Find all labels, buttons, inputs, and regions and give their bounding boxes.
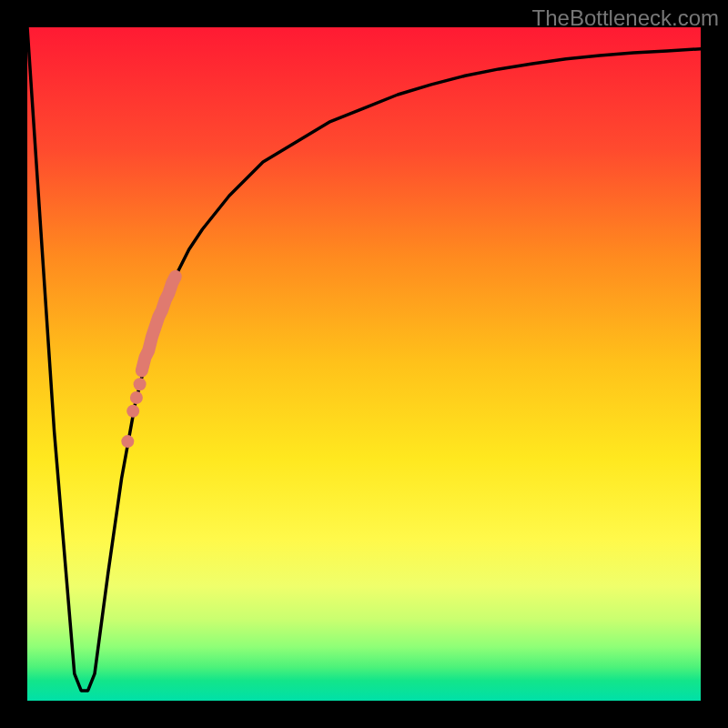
highlight-dot	[130, 391, 143, 404]
highlight-dot	[121, 435, 134, 448]
highlight-segment	[142, 277, 176, 371]
chart-stage: TheBottleneck.com	[0, 0, 728, 728]
highlight-dots	[121, 378, 146, 448]
watermark-text: TheBottleneck.com	[532, 5, 719, 31]
highlight-dot	[134, 378, 147, 390]
highlight-dot	[126, 405, 139, 418]
bottleneck-curve	[27, 27, 701, 691]
chart-svg	[27, 27, 701, 701]
